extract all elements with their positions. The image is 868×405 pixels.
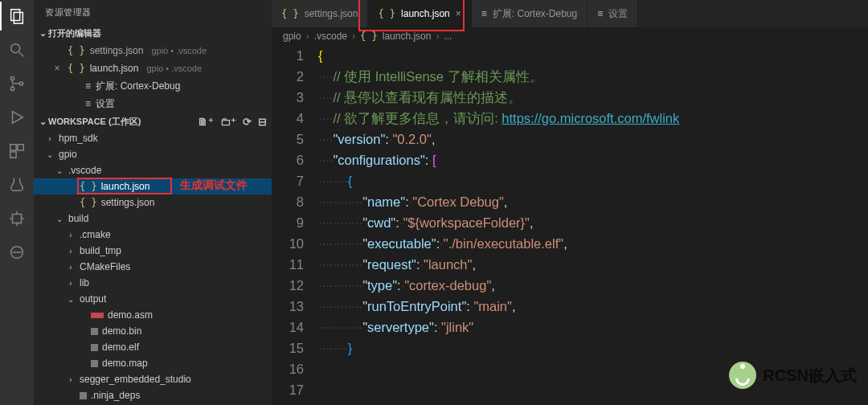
open-editor-item[interactable]: ≡设置 <box>34 95 272 112</box>
open-editor-label: 设置 <box>96 97 115 111</box>
open-editors-header[interactable]: ⌄ 打开的编辑器 <box>34 24 272 42</box>
cortex-icon[interactable] <box>7 243 27 262</box>
close-icon[interactable]: × <box>51 63 63 74</box>
tree-label: CMakeFiles <box>80 261 130 272</box>
chevron-right-icon: › <box>66 279 76 288</box>
open-editors-label: 打开的编辑器 <box>48 27 101 39</box>
svg-point-2 <box>11 44 20 53</box>
workspace-label: WORKSPACE (工作区) <box>48 116 141 128</box>
file-item[interactable]: demo.bin <box>34 323 272 339</box>
open-editor-label: settings.json <box>90 45 144 56</box>
tab-label: launch.json <box>401 8 450 19</box>
chevron-down-icon: ⌄ <box>45 150 55 159</box>
file-icon <box>91 344 98 351</box>
file-icon <box>80 392 87 399</box>
new-file-icon[interactable]: 🗎⁺ <box>198 116 214 128</box>
extensions-icon[interactable] <box>7 141 27 161</box>
tree-label: output <box>80 293 106 305</box>
tree-label: .cmake <box>80 229 111 240</box>
tab-label: 设置 <box>608 7 628 21</box>
open-editor-item[interactable]: ≡扩展: Cortex-Debug <box>34 77 272 95</box>
editor-tabs: { }settings.json{ }launch.json×≡扩展: Cort… <box>272 0 868 27</box>
folder-item[interactable]: ⌄gpio <box>34 146 272 162</box>
source-control-icon[interactable] <box>7 74 27 93</box>
editor-tab[interactable]: ≡扩展: Cortex-Debug <box>472 0 588 27</box>
folder-item[interactable]: ›hpm_sdk <box>34 130 272 146</box>
folder-item[interactable]: ›CMakeFiles <box>34 259 272 275</box>
tree-label: build <box>68 213 88 224</box>
run-debug-icon[interactable] <box>7 108 27 127</box>
editor-tab[interactable]: { }settings.json <box>272 0 368 27</box>
folder-item[interactable]: ⌄output <box>34 291 272 307</box>
file-tree: ›hpm_sdk⌄gpio⌄.vscode{ }launch.json生成调试文… <box>34 130 272 405</box>
collapse-icon[interactable]: ⊟ <box>258 116 267 128</box>
folder-item[interactable]: ⌄.vscode <box>34 162 272 178</box>
tree-label: demo.bin <box>102 325 141 337</box>
watermark: RCSN嵌入式 <box>729 362 857 389</box>
file-item[interactable]: { }launch.json生成调试文件 <box>34 178 272 194</box>
chip-icon[interactable] <box>7 209 27 228</box>
file-item[interactable]: demo.elf <box>34 339 272 355</box>
folder-item[interactable]: ›build_tmp <box>34 243 272 259</box>
explorer-icon[interactable] <box>7 6 27 26</box>
chevron-down-icon: ⌄ <box>37 117 48 127</box>
svg-marker-7 <box>13 112 23 124</box>
tree-label: demo.elf <box>102 342 139 353</box>
breadcrumb-segment[interactable]: gpio <box>283 31 301 42</box>
folder-item[interactable]: ⌄build <box>34 211 272 227</box>
tree-label: launch.json <box>101 181 150 192</box>
code-editor[interactable]: 1234567891011121314151617 {····// 使用 Int… <box>272 45 868 405</box>
folder-item[interactable]: ›.cmake <box>34 227 272 243</box>
new-folder-icon[interactable]: 🗀⁺ <box>220 116 236 128</box>
refresh-icon[interactable]: ⟳ <box>243 116 252 128</box>
open-editor-item[interactable]: { }settings.jsongpio • .vscode <box>34 42 272 59</box>
chevron-right-icon: › <box>66 375 76 384</box>
json-icon: { } <box>360 31 378 42</box>
sidebar: 资源管理器 ⌄ 打开的编辑器 { }settings.jsongpio • .v… <box>34 0 272 405</box>
json-icon: { } <box>281 8 299 19</box>
testing-icon[interactable] <box>7 175 27 194</box>
file-item[interactable]: demo.map <box>34 355 272 371</box>
open-editor-item[interactable]: ×{ }launch.jsongpio • .vscode <box>34 59 272 77</box>
gear-icon: ≡ <box>85 80 91 92</box>
watermark-text: RCSN嵌入式 <box>763 365 857 387</box>
chevron-right-icon: › <box>45 134 55 143</box>
svg-point-6 <box>19 82 23 85</box>
json-icon: { } <box>80 197 97 208</box>
breadcrumb[interactable]: gpio› .vscode› { } launch.json› ... <box>272 27 868 45</box>
file-icon <box>91 360 98 367</box>
json-icon: { } <box>378 8 395 19</box>
editor-area: { }settings.json{ }launch.json×≡扩展: Cort… <box>272 0 868 405</box>
close-icon[interactable]: × <box>456 8 461 19</box>
open-editor-label: launch.json <box>90 63 139 74</box>
svg-rect-11 <box>13 215 22 223</box>
activity-bar <box>0 0 34 405</box>
breadcrumb-segment[interactable]: launch.json <box>383 31 432 42</box>
chevron-down-icon: ⌄ <box>55 215 64 223</box>
svg-rect-9 <box>18 145 23 150</box>
folder-item[interactable]: ›lib <box>34 275 272 291</box>
tree-label: hpm_sdk <box>59 133 98 144</box>
folder-item[interactable]: ›segger_embedded_studio <box>34 371 272 387</box>
file-item[interactable]: demo.asm <box>34 307 272 323</box>
file-icon <box>91 328 98 335</box>
svg-point-4 <box>10 76 14 80</box>
wechat-icon <box>729 362 756 389</box>
workspace-header[interactable]: ⌄ WORKSPACE (工作区) 🗎⁺ 🗀⁺ ⟳ ⊟ <box>34 112 272 130</box>
tab-label: settings.json <box>305 8 358 19</box>
svg-rect-1 <box>14 12 23 23</box>
annotation-text: 生成调试文件 <box>180 178 248 193</box>
svg-rect-8 <box>10 145 16 150</box>
file-item[interactable]: { }settings.json <box>34 194 272 211</box>
tree-label: .ninja_deps <box>91 390 140 401</box>
chevron-right-icon: › <box>66 263 76 272</box>
gear-icon: ≡ <box>85 98 91 109</box>
breadcrumb-segment[interactable]: .vscode <box>314 31 347 42</box>
file-item[interactable]: .ninja_deps <box>34 387 272 403</box>
editor-tab[interactable]: ≡设置 <box>588 0 638 27</box>
editor-tab[interactable]: { }launch.json× <box>368 0 471 27</box>
tree-label: demo.asm <box>108 309 153 321</box>
breadcrumb-segment[interactable]: ... <box>444 31 452 42</box>
tree-label: build_tmp <box>80 245 121 256</box>
search-icon[interactable] <box>7 40 27 59</box>
